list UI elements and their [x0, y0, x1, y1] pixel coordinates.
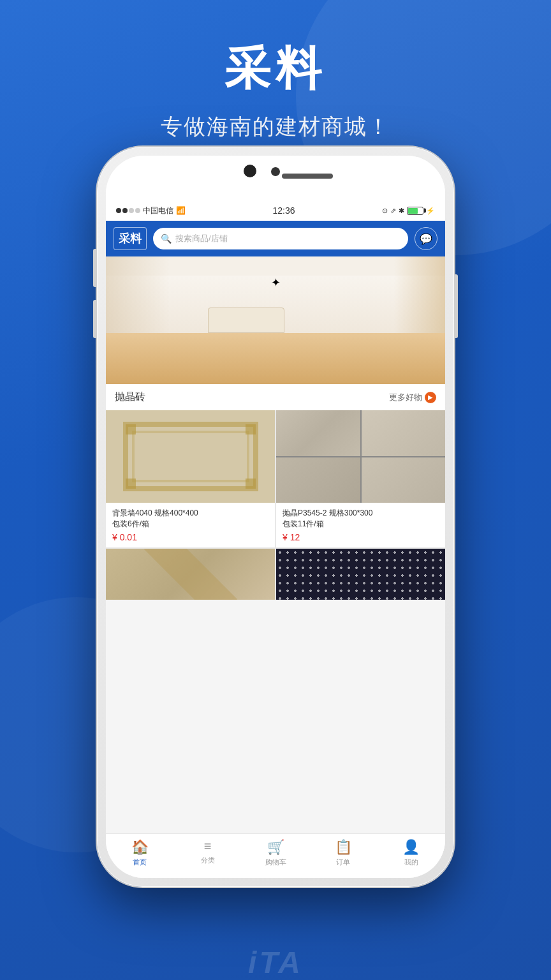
nav-profile-label: 我的 [404, 858, 418, 867]
nav-cart-label: 购物车 [265, 858, 286, 867]
section-title: 抛晶砖 [115, 390, 145, 404]
nav-home[interactable]: 🏠 首页 [106, 839, 173, 867]
speaker [282, 174, 333, 179]
section-header: 抛晶砖 更多好物 ▶ [106, 384, 445, 410]
product-grid: 背景墙4040 规格400*400包装6件/箱 ¥ 0.01 [106, 410, 445, 600]
bottom-navigation: 🏠 首页 ≡ 分类 🛒 购物车 📋 订单 [106, 833, 445, 878]
search-icon: 🔍 [161, 234, 172, 244]
product-name-2: 抛晶P3545-2 规格300*300包装11件/箱 [283, 508, 439, 530]
product-card-1[interactable]: 背景墙4040 规格400*400包装6件/箱 ¥ 0.01 [106, 410, 275, 547]
nav-category-label: 分类 [201, 856, 215, 865]
camera-dot [271, 167, 280, 176]
product-card-3[interactable] [106, 549, 275, 600]
nav-orders[interactable]: 📋 订单 [309, 839, 377, 867]
cart-icon: 🛒 [267, 839, 284, 856]
nav-cart[interactable]: 🛒 购物车 [242, 839, 309, 867]
nav-profile[interactable]: 👤 我的 [378, 839, 445, 867]
nav-home-label: 首页 [133, 858, 147, 867]
ita-watermark: iTA [248, 945, 303, 980]
product-image-2 [276, 410, 445, 503]
banner-image[interactable]: ✦ [106, 256, 445, 384]
product-image-1 [106, 410, 275, 503]
more-text: 更多好物 [389, 392, 422, 403]
carrier-text: 中国电信 [143, 205, 173, 216]
product-card-4[interactable] [276, 549, 445, 600]
search-placeholder: 搜索商品/店铺 [175, 233, 228, 244]
more-link[interactable]: 更多好物 ▶ [389, 392, 436, 403]
screen: 中国电信 📶 12:36 ⊙ ⇗ ✱ ⚡ [106, 200, 445, 878]
battery-indicator [407, 207, 423, 215]
wifi-icon: 📶 [176, 206, 186, 215]
app-header: 采料 🔍 搜索商品/店铺 💬 [106, 221, 445, 256]
product-price-2: ¥ 12 [283, 532, 439, 542]
app-subtitle: 专做海南的建材商城！ [0, 112, 551, 142]
nav-category[interactable]: ≡ 分类 [173, 839, 241, 865]
status-bar: 中国电信 📶 12:36 ⊙ ⇗ ✱ ⚡ [106, 200, 445, 221]
product-image-4 [276, 549, 445, 600]
profile-icon: 👤 [402, 839, 420, 856]
product-price-1: ¥ 0.01 [112, 532, 268, 542]
product-card-2[interactable]: 抛晶P3545-2 规格300*300包装11件/箱 ¥ 12 [276, 410, 445, 547]
nav-orders-label: 订单 [336, 858, 350, 867]
front-camera [244, 165, 256, 177]
search-box[interactable]: 🔍 搜索商品/店铺 [153, 228, 408, 249]
product-image-3 [106, 549, 275, 600]
category-icon: ≡ [204, 839, 212, 854]
status-time: 12:36 [272, 205, 295, 216]
app-logo: 采料 [114, 227, 147, 250]
message-icon[interactable]: 💬 [415, 227, 437, 250]
more-arrow-icon: ▶ [425, 392, 436, 403]
orders-icon: 📋 [335, 839, 352, 856]
product-name-1: 背景墙4040 规格400*400包装6件/箱 [112, 508, 268, 530]
home-icon: 🏠 [131, 839, 149, 856]
phone-mockup: 中国电信 📶 12:36 ⊙ ⇗ ✱ ⚡ [97, 147, 454, 887]
